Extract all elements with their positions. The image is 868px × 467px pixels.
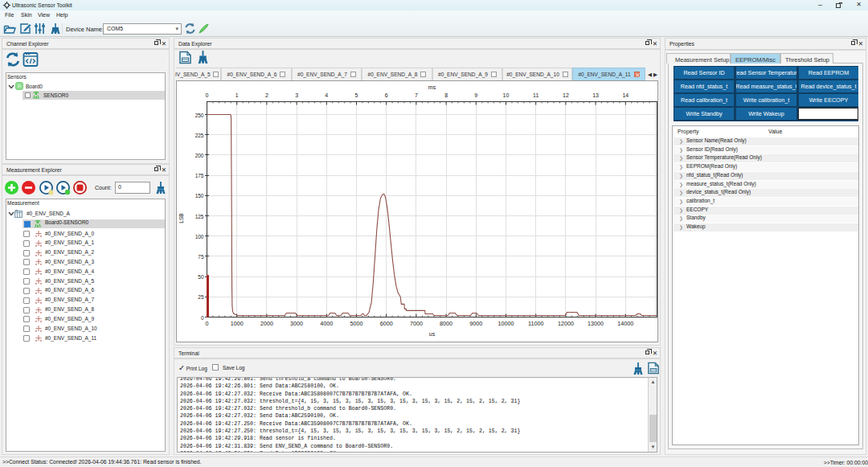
svg-text:75: 75 xyxy=(198,254,204,260)
svg-text:8: 8 xyxy=(444,92,448,98)
svg-text:8000: 8000 xyxy=(440,320,452,327)
svg-text:0: 0 xyxy=(206,92,209,98)
svg-text:3: 3 xyxy=(295,92,298,98)
svg-text:25: 25 xyxy=(198,294,204,300)
svg-text:175: 175 xyxy=(195,173,204,178)
svg-text:9: 9 xyxy=(474,92,477,98)
svg-text:150: 150 xyxy=(195,193,204,199)
svg-text:3000: 3000 xyxy=(290,320,303,327)
svg-text:14: 14 xyxy=(622,92,628,98)
svg-text:5: 5 xyxy=(355,92,358,98)
svg-text:12: 12 xyxy=(563,92,569,98)
svg-text:2000: 2000 xyxy=(260,320,273,327)
svg-text:7000: 7000 xyxy=(410,320,423,327)
svg-text:14000: 14000 xyxy=(617,320,633,327)
svg-text:7: 7 xyxy=(415,92,418,98)
svg-text:2: 2 xyxy=(265,92,268,98)
svg-text:250: 250 xyxy=(195,113,204,118)
svg-text:1: 1 xyxy=(235,92,239,98)
svg-text:12000: 12000 xyxy=(558,320,574,327)
svg-text:10: 10 xyxy=(503,92,510,98)
svg-text:11000: 11000 xyxy=(528,320,543,327)
svg-text:us: us xyxy=(429,331,436,337)
svg-text:11: 11 xyxy=(533,92,538,98)
svg-text:ms: ms xyxy=(428,84,436,90)
svg-text:13000: 13000 xyxy=(588,320,604,327)
svg-text:225: 225 xyxy=(195,133,204,138)
svg-text:0: 0 xyxy=(201,315,204,321)
svg-text:10000: 10000 xyxy=(498,320,514,327)
svg-text:100: 100 xyxy=(195,234,204,240)
svg-text:13: 13 xyxy=(592,92,599,98)
svg-text:4000: 4000 xyxy=(320,320,333,327)
svg-text:125: 125 xyxy=(195,214,204,219)
svg-text:50: 50 xyxy=(198,274,204,280)
svg-text:6: 6 xyxy=(385,92,388,98)
svg-text:LSB: LSB xyxy=(178,213,184,223)
svg-text:1000: 1000 xyxy=(231,320,244,327)
svg-text:5000: 5000 xyxy=(350,320,363,327)
svg-text:4: 4 xyxy=(325,92,328,98)
svg-text:0: 0 xyxy=(206,320,209,327)
svg-text:6000: 6000 xyxy=(380,320,393,327)
svg-text:200: 200 xyxy=(195,153,204,158)
svg-text:9000: 9000 xyxy=(469,320,482,327)
